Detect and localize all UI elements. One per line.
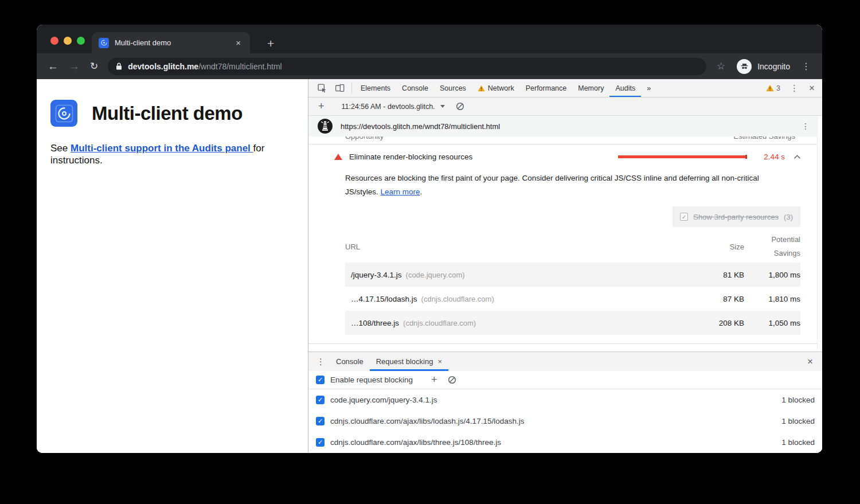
lighthouse-icon xyxy=(318,119,333,134)
device-toolbar-icon[interactable] xyxy=(331,79,349,97)
drawer-menu-kebab-icon[interactable]: ⋮ xyxy=(312,352,330,371)
traffic-lights xyxy=(50,37,85,45)
blocked-count: 1 blocked xyxy=(781,438,815,447)
audit-title: Eliminate render-blocking resources xyxy=(349,153,472,161)
tab-elements[interactable]: Elements xyxy=(355,79,396,97)
blocked-count: 1 blocked xyxy=(781,396,815,404)
column-potential-savings: Potential Savings xyxy=(744,233,800,260)
third-party-toggle[interactable]: ✓ Show 3rd-party resources (3) xyxy=(673,206,800,227)
list-item[interactable]: ✓ cdnjs.cloudflare.com/ajax/libs/three.j… xyxy=(308,432,822,453)
third-party-checkbox[interactable]: ✓ xyxy=(680,213,688,221)
divider xyxy=(351,83,352,93)
pattern-checkbox[interactable]: ✓ xyxy=(316,396,325,404)
column-size: Size xyxy=(691,243,744,251)
tab-close-icon[interactable]: × xyxy=(233,37,243,48)
blocked-count: 1 blocked xyxy=(781,417,815,425)
pattern-checkbox[interactable]: ✓ xyxy=(316,438,325,447)
add-pattern-button[interactable]: + xyxy=(426,374,443,386)
resource-origin: (code.jquery.com) xyxy=(406,271,465,279)
new-audit-button[interactable]: + xyxy=(313,100,330,112)
scrollbar[interactable] xyxy=(817,116,822,351)
third-party-count: (3) xyxy=(784,213,793,221)
page-title: Multi-client demo xyxy=(92,103,243,124)
devtools-close-icon[interactable]: × xyxy=(804,83,820,94)
blocked-patterns-list: ✓ code.jquery.com/jquery-3.4.1.js 1 bloc… xyxy=(308,389,822,453)
incognito-icon xyxy=(737,59,752,74)
resource-size: 208 KB xyxy=(691,319,744,327)
drawer-tab-console[interactable]: Console xyxy=(330,352,370,371)
browser-menu-kebab-icon[interactable]: ⋮ xyxy=(796,61,816,72)
tab-network[interactable]: Network xyxy=(472,79,520,97)
table-row: …4.17.15/lodash.js(cdnjs.cloudflare.com)… xyxy=(345,287,800,311)
tab-performance[interactable]: Performance xyxy=(520,79,573,97)
reload-button[interactable]: ↻ xyxy=(85,58,103,75)
resource-url: …4.17.15/lodash.js xyxy=(351,295,417,303)
devtools-menu-kebab-icon[interactable]: ⋮ xyxy=(785,83,804,93)
drawer-close-icon[interactable]: × xyxy=(802,352,819,371)
close-window-button[interactable] xyxy=(50,37,58,45)
audits-support-link[interactable]: Multi-client support in the Audits panel xyxy=(71,143,253,154)
issues-warning-badge[interactable]: 3 xyxy=(761,84,785,92)
web-page: Multi-client demo See Multi-client suppo… xyxy=(37,79,308,453)
list-item[interactable]: ✓ code.jquery.com/jquery-3.4.1.js 1 bloc… xyxy=(308,389,822,411)
learn-more-link[interactable]: Learn more xyxy=(381,187,420,196)
devtools-drawer: ⋮ Console Request blocking × × ✓ Enable … xyxy=(308,351,822,453)
devtools-tabbar: Elements Console Sources Network Perform… xyxy=(308,79,822,97)
bookmark-star-icon[interactable]: ☆ xyxy=(711,60,731,72)
tab-memory[interactable]: Memory xyxy=(572,79,609,97)
page-body-text: See Multi-client support in the Audits p… xyxy=(50,142,303,166)
browser-window: Multi-client demo × + ← → ↻ devtools.gli… xyxy=(37,25,822,453)
address-bar[interactable]: devtools.glitch.me/wndt78/multiclient.ht… xyxy=(108,58,706,75)
remove-all-patterns-icon[interactable] xyxy=(443,376,462,384)
drawer-tab-close-icon[interactable]: × xyxy=(437,357,442,366)
more-tabs-button[interactable]: » xyxy=(641,79,656,97)
audited-site-row: https://devtools.glitch.me/wndt78/multic… xyxy=(308,116,822,136)
resource-savings: 1,810 ms xyxy=(744,295,800,303)
drawer-tab-request-blocking[interactable]: Request blocking × xyxy=(370,352,448,371)
incognito-label: Incognito xyxy=(757,62,790,71)
tab-favicon-spiral-icon xyxy=(99,38,109,48)
collapse-chevron-icon[interactable] xyxy=(793,154,801,159)
incognito-badge: Incognito xyxy=(731,59,796,74)
audit-opportunity-row[interactable]: Eliminate render-blocking resources 2.44… xyxy=(308,144,822,169)
audits-report: https://devtools.glitch.me/wndt78/multic… xyxy=(308,116,822,351)
resource-origin: (cdnjs.cloudflare.com) xyxy=(403,319,476,327)
resource-url: …108/three.js xyxy=(351,319,399,327)
back-button[interactable]: ← xyxy=(42,58,64,75)
audit-run-selector[interactable]: 11:24:56 AM - devtools.glitch. xyxy=(336,103,451,111)
savings-value: 2.44 s xyxy=(757,153,785,161)
warning-icon xyxy=(766,84,774,92)
opportunity-column-label: Opportunity xyxy=(345,136,384,144)
divider xyxy=(308,343,817,344)
tab-audits[interactable]: Audits xyxy=(609,79,641,97)
devtools-panel: Elements Console Sources Network Perform… xyxy=(308,79,822,453)
browser-tab[interactable]: Multi-client demo × xyxy=(92,32,250,53)
pattern-url: cdnjs.cloudflare.com/ajax/libs/three.js/… xyxy=(330,438,781,447)
fail-triangle-icon xyxy=(334,154,342,160)
forward-button[interactable]: → xyxy=(64,58,85,75)
warning-icon xyxy=(478,85,485,92)
window-content: Multi-client demo See Multi-client suppo… xyxy=(37,79,822,453)
clear-audits-icon[interactable] xyxy=(451,102,470,111)
url-host: devtools.glitch.me xyxy=(128,62,198,71)
tab-sources[interactable]: Sources xyxy=(434,79,472,97)
pattern-url: code.jquery.com/jquery-3.4.1.js xyxy=(330,396,781,404)
audit-description: Resources are blocking the first paint o… xyxy=(345,171,784,199)
list-item[interactable]: ✓ cdnjs.cloudflare.com/ajax/libs/lodash.… xyxy=(308,411,822,432)
minimize-window-button[interactable] xyxy=(64,37,72,45)
tab-title: Multi-client demo xyxy=(115,38,233,47)
enable-blocking-checkbox[interactable]: ✓ xyxy=(316,376,325,384)
report-menu-kebab-icon[interactable]: ⋮ xyxy=(797,122,814,131)
tab-console[interactable]: Console xyxy=(396,79,434,97)
inspect-element-icon[interactable] xyxy=(313,79,331,97)
lock-icon[interactable] xyxy=(116,62,122,70)
zoom-window-button[interactable] xyxy=(77,37,85,45)
column-url: URL xyxy=(345,243,691,251)
resource-size: 81 KB xyxy=(691,271,744,279)
resource-url: /jquery-3.4.1.js xyxy=(351,271,402,279)
audited-url: https://devtools.glitch.me/wndt78/multic… xyxy=(341,122,797,131)
new-tab-button[interactable]: + xyxy=(264,37,277,49)
pattern-url: cdnjs.cloudflare.com/ajax/libs/lodash.js… xyxy=(330,417,781,425)
pattern-checkbox[interactable]: ✓ xyxy=(316,417,325,425)
table-row: /jquery-3.4.1.js(code.jquery.com) 81 KB … xyxy=(345,263,800,287)
